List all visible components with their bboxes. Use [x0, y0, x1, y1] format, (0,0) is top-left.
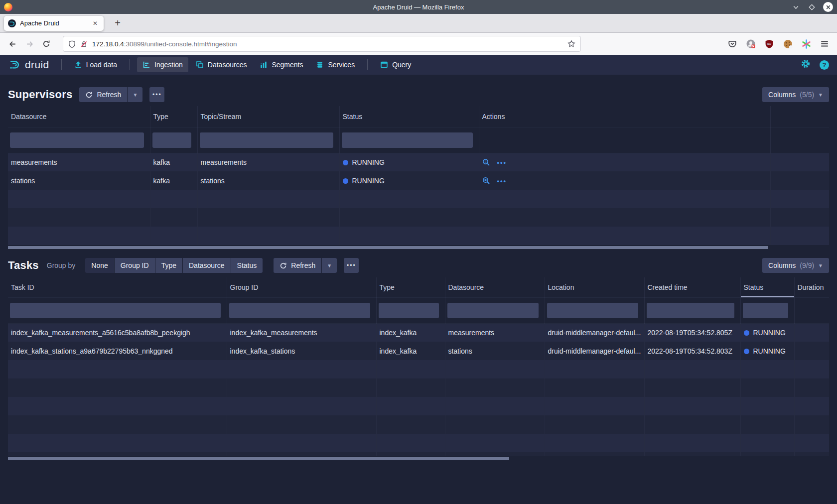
colorful-asterisk-icon[interactable] — [801, 38, 812, 49]
col-header-created-time[interactable]: Created time — [644, 277, 740, 297]
cell-group-id[interactable]: index_kafka_stations — [227, 342, 376, 360]
menu-icon[interactable] — [819, 38, 830, 49]
url-bar[interactable]: 172.18.0.4:30899/unified-console.html#in… — [63, 36, 581, 52]
table-row[interactable]: index_kafka_stations_a9a679b22795b63_nnk… — [8, 342, 829, 360]
col-header-status[interactable]: Status — [339, 106, 479, 127]
magnifier-icon[interactable] — [482, 158, 490, 166]
cell-location[interactable]: druid-middlemanager-defaul... — [545, 323, 644, 342]
more-actions-icon[interactable]: ••• — [497, 177, 507, 185]
cell-status[interactable]: RUNNING — [339, 171, 479, 190]
filter-group-id-input[interactable] — [229, 303, 370, 318]
cell-created-time[interactable]: 2022-08-19T05:34:52.805Z — [644, 323, 740, 342]
maximize-icon[interactable] — [807, 2, 816, 11]
tasks-horizontal-scrollbar[interactable] — [8, 457, 509, 460]
filter-topic-input[interactable] — [200, 132, 333, 148]
tasks-columns-button[interactable]: Columns (9/9) ▼ — [762, 258, 829, 273]
col-header-status-sorted[interactable]: Status — [740, 277, 794, 297]
col-header-location[interactable]: Location — [545, 277, 644, 297]
filter-status-input[interactable] — [743, 303, 788, 318]
nav-item-datasources[interactable]: Datasources — [190, 57, 253, 72]
back-icon[interactable] — [5, 36, 20, 51]
druid-logo[interactable]: druid — [8, 58, 49, 72]
cell-duration[interactable] — [794, 323, 829, 342]
cell-type[interactable]: index_kafka — [376, 342, 445, 360]
cell-group-id[interactable]: index_kafka_measurements — [227, 323, 376, 342]
cell-datasource[interactable]: measurements — [8, 153, 150, 171]
cell-duration[interactable] — [794, 342, 829, 360]
profile-blocked-icon[interactable] — [745, 38, 756, 49]
cell-status[interactable]: RUNNING — [339, 153, 479, 171]
cell-status[interactable]: RUNNING — [740, 342, 794, 360]
magnifier-icon[interactable] — [482, 177, 490, 185]
cell-type[interactable]: kafka — [150, 171, 197, 190]
lock-slash-icon[interactable] — [80, 40, 88, 48]
tab-apache-druid[interactable]: Apache Druid ✕ — [4, 16, 104, 31]
cell-type[interactable]: kafka — [150, 153, 197, 171]
table-row[interactable]: index_kafka_measurements_a5616c5ba8afb8b… — [8, 323, 829, 342]
col-header-actions[interactable]: Actions — [479, 106, 770, 127]
star-icon[interactable] — [567, 40, 575, 48]
supervisors-refresh-dropdown[interactable]: ▼ — [128, 87, 142, 102]
table-row[interactable]: stationskafkastationsRUNNING••• — [8, 171, 829, 190]
col-header-datasource[interactable]: Datasource — [445, 277, 545, 297]
gear-icon[interactable] — [801, 59, 811, 71]
table-row[interactable]: measurementskafkameasurementsRUNNING••• — [8, 153, 829, 171]
more-actions-icon[interactable]: ••• — [497, 159, 507, 166]
filter-type-input[interactable] — [152, 132, 191, 148]
filter-datasource-input[interactable] — [10, 132, 144, 148]
group-by-status-button[interactable]: Status — [231, 258, 263, 273]
forward-icon[interactable] — [22, 36, 37, 51]
help-icon[interactable]: ? — [820, 60, 829, 70]
group-by-none-button[interactable]: None — [85, 258, 114, 273]
tasks-more-button[interactable]: ••• — [344, 258, 359, 273]
shield-icon[interactable] — [68, 40, 76, 48]
filter-task-id-input[interactable] — [10, 303, 221, 318]
filter-type-input[interactable] — [379, 303, 439, 318]
cell-actions[interactable]: ••• — [479, 171, 770, 190]
tasks-refresh-button[interactable]: Refresh — [274, 258, 321, 273]
nav-item-ingestion[interactable]: Ingestion — [137, 57, 188, 72]
cell-task-id[interactable]: index_kafka_stations_a9a679b22795b63_nnk… — [8, 342, 227, 360]
cell-datasource[interactable]: stations — [445, 342, 545, 360]
close-icon[interactable] — [823, 2, 833, 12]
filter-created-time-input[interactable] — [647, 303, 734, 318]
cookie-icon[interactable] — [782, 38, 793, 49]
supervisors-refresh-button[interactable]: Refresh — [79, 87, 127, 102]
filter-datasource-input[interactable] — [447, 303, 539, 318]
nav-item-load-data[interactable]: Load data — [69, 57, 123, 72]
nav-item-services[interactable]: Services — [310, 57, 360, 72]
group-by-datasource-button[interactable]: Datasource — [183, 258, 231, 273]
url-text[interactable]: 172.18.0.4:30899/unified-console.html#in… — [92, 40, 563, 48]
cell-topic-stream[interactable]: stations — [197, 171, 339, 190]
cell-actions[interactable]: ••• — [479, 153, 770, 171]
supervisors-columns-button[interactable]: Columns (5/5) ▼ — [762, 87, 829, 102]
pocket-icon[interactable] — [727, 38, 738, 49]
group-by-type-button[interactable]: Type — [155, 258, 182, 273]
col-header-topic-stream[interactable]: Topic/Stream — [197, 106, 339, 127]
col-header-datasource[interactable]: Datasource — [8, 106, 150, 127]
supervisors-more-button[interactable]: ••• — [149, 87, 164, 102]
filter-location-input[interactable] — [547, 303, 638, 318]
filter-status-input[interactable] — [342, 132, 473, 148]
tasks-refresh-dropdown[interactable]: ▼ — [322, 258, 337, 273]
cell-task-id[interactable]: index_kafka_measurements_a5616c5ba8afb8b… — [8, 323, 227, 342]
col-header-duration[interactable]: Duration — [794, 277, 829, 297]
col-header-group-id[interactable]: Group ID — [227, 277, 376, 297]
cell-created-time[interactable]: 2022-08-19T05:34:52.803Z — [644, 342, 740, 360]
tab-close-icon[interactable]: ✕ — [91, 19, 100, 28]
cell-location[interactable]: druid-middlemanager-defaul... — [545, 342, 644, 360]
reload-icon[interactable] — [39, 36, 54, 51]
ublock-shield-icon[interactable]: uO — [764, 38, 775, 49]
group-by-group-id-button[interactable]: Group ID — [115, 258, 155, 273]
col-header-type[interactable]: Type — [150, 106, 197, 127]
nav-item-query[interactable]: Query — [375, 57, 417, 72]
col-header-task-id[interactable]: Task ID — [8, 277, 227, 297]
cell-type[interactable]: index_kafka — [376, 323, 445, 342]
minimize-icon[interactable] — [791, 2, 800, 11]
cell-datasource[interactable]: stations — [8, 171, 150, 190]
cell-topic-stream[interactable]: measurements — [197, 153, 339, 171]
nav-item-segments[interactable]: Segments — [254, 57, 308, 72]
cell-datasource[interactable]: measurements — [445, 323, 545, 342]
new-tab-button[interactable]: + — [111, 16, 125, 30]
col-header-type[interactable]: Type — [376, 277, 445, 297]
